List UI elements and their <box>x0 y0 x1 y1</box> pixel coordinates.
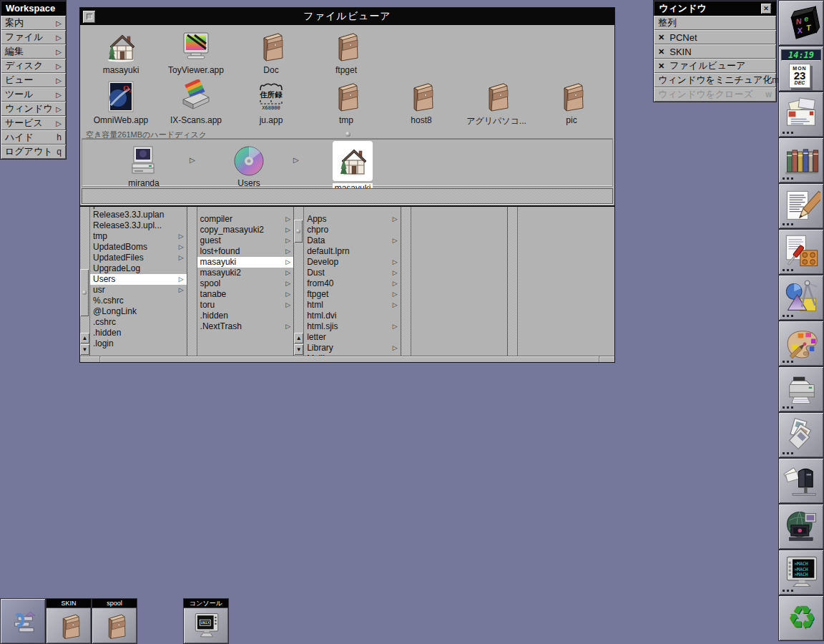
dock-tile-mail[interactable] <box>778 92 824 137</box>
browser-row-tmp[interactable]: tmp▷ <box>90 231 187 242</box>
browser-row-.hidden[interactable]: .hidden <box>197 311 294 321</box>
miniaturize-button[interactable] <box>83 11 95 23</box>
browser-row-UpdatedFiles[interactable]: UpdatedFiles▷ <box>90 253 187 263</box>
scroll-down-arrow[interactable]: ▼ <box>294 344 303 355</box>
workspace-menu-item-0[interactable]: 案内▷ <box>1 16 66 30</box>
browser-row-Dust[interactable]: Dust▷ <box>304 268 401 278</box>
browser-row-chpro[interactable]: chpro <box>304 225 401 235</box>
browser-row-.login[interactable]: .login <box>90 338 187 349</box>
path-item-Users[interactable]: Users <box>217 141 281 188</box>
scrollbar-knob[interactable] <box>80 269 89 316</box>
file-icon-アグリパソコ...[interactable]: アグリパソコ... <box>461 79 532 127</box>
file-viewer-titlebar[interactable]: ファイルビューア <box>80 8 614 25</box>
browser-row-tanabe[interactable]: tanabe▷ <box>197 289 294 300</box>
dock-tile-draw[interactable] <box>778 275 824 321</box>
window-resize-bar[interactable] <box>80 356 614 362</box>
browser-row-ftpget[interactable]: ftpget▷ <box>304 289 401 300</box>
workspace-menu-item-7[interactable]: サービス▷ <box>1 116 66 130</box>
browser-row-Release3.3J.upl...[interactable]: Release3.3J.upl... <box>90 220 187 231</box>
close-icon[interactable]: ✕ <box>761 4 771 14</box>
browser-row-spool[interactable]: spool▷ <box>197 278 294 289</box>
dock-tile-digital-librarian[interactable] <box>778 137 824 183</box>
browser-row-lost+found[interactable]: lost+found▷ <box>197 246 294 257</box>
browser-row-copy_masayuki2[interactable]: copy_masayuki2▷ <box>197 225 294 235</box>
browser-row-%.cshrc[interactable]: %.cshrc <box>90 296 187 306</box>
browser-row-Release3.3J.uplan[interactable]: Release3.3J.uplan <box>90 210 187 220</box>
scroll-up-arrow[interactable]: ▲ <box>294 333 303 343</box>
browser-row-Develop[interactable]: Develop▷ <box>304 257 401 268</box>
browser-row-Users[interactable]: Users▷ <box>90 274 187 285</box>
file-icon-OmniWeb.app[interactable]: O₂OmniWeb.app <box>85 79 157 125</box>
workspace-menu-item-8[interactable]: ハイドh <box>1 130 66 145</box>
window-menu-item-1[interactable]: ✕PCNet <box>654 30 776 44</box>
browser-column-3-scrollbar[interactable] <box>401 207 411 356</box>
file-icon-ToyViewer.app[interactable]: ToyViewer.app <box>160 29 232 75</box>
scroll-up-arrow[interactable]: ▲ <box>80 333 89 343</box>
file-icon-Doc[interactable]: Doc <box>235 29 307 75</box>
dock-tile-print-manager[interactable] <box>778 366 824 412</box>
miniwindow-console[interactable]: コンソールUNIX <box>183 598 229 644</box>
browser-row-compiler[interactable]: compiler▷ <box>197 214 294 225</box>
browser-row-html.dvi[interactable]: html.dvi <box>304 311 401 321</box>
dock-tile-terminal[interactable]: >MACH>MACH>MACH <box>778 550 824 595</box>
file-icon-host8[interactable]: host8 <box>386 79 457 125</box>
file-icon-tmp[interactable]: tmp <box>310 79 382 125</box>
browser-row-html.sjis[interactable]: html.sjis▷ <box>304 321 401 332</box>
browser-row-from40[interactable]: from40▷ <box>304 278 401 289</box>
window-menu-item-5[interactable]: ウィンドウをクローズw <box>654 87 776 102</box>
file-icon-ftpget[interactable]: ftpget <box>310 29 382 75</box>
path-item-miranda[interactable]: miranda <box>112 141 176 188</box>
divider-dimple[interactable] <box>345 132 350 137</box>
scrollbar-knob[interactable] <box>294 220 303 243</box>
workspace-menu-item-1[interactable]: ファイル▷ <box>1 30 66 44</box>
browser-row-.cshrc[interactable]: .cshrc <box>90 317 187 328</box>
dock-tile-slides[interactable] <box>778 412 824 458</box>
dock-tile-news-mailbox[interactable] <box>778 458 824 504</box>
dock-tile-preferences-toolbox[interactable] <box>778 229 824 275</box>
browser-row-Apps[interactable]: Apps▷ <box>304 214 401 225</box>
workspace-menu-item-5[interactable]: ツール▷ <box>1 87 66 102</box>
dock-tile-next-logo[interactable]: NeXT <box>778 0 824 46</box>
browser-row-masayuki[interactable]: masayuki▷ <box>197 257 294 268</box>
browser-row-UpgradeLog[interactable]: UpgradeLog <box>90 263 187 274</box>
browser-row-toru[interactable]: toru▷ <box>197 300 294 311</box>
browser-row-Data[interactable]: Data▷ <box>304 235 401 246</box>
browser-row-.NextTrash[interactable]: .NextTrash▷ <box>197 321 294 332</box>
window-menu-item-0[interactable]: 整列 <box>654 16 776 30</box>
workspace-menu-title[interactable]: Workspace <box>1 1 66 16</box>
browser-column-0-scrollbar[interactable]: ▲▼ <box>80 207 90 356</box>
miniwindow-pcnet[interactable] <box>0 598 46 644</box>
browser-row-usr[interactable]: usr▷ <box>90 285 187 296</box>
browser-row-UpdatedBoms[interactable]: UpdatedBoms▷ <box>90 242 187 253</box>
workspace-menu-item-4[interactable]: ビュー▷ <box>1 73 66 87</box>
file-icon-ju.app[interactable]: 住所録X68000ju.app <box>235 79 307 125</box>
miniwindow-skin[interactable]: SKIN <box>46 598 92 644</box>
dock-tile-recycler[interactable]: ♻ <box>778 595 824 641</box>
browser-row-default.lprn[interactable]: default.lprn <box>304 246 401 257</box>
browser-row-html[interactable]: html▷ <box>304 300 401 311</box>
shelf-horizontal-scrollbar[interactable] <box>82 188 613 204</box>
browser-column-2-scrollbar[interactable]: ▲▼ <box>294 207 304 356</box>
dock-tile-network-computer[interactable] <box>778 504 824 550</box>
window-menu-item-3[interactable]: ✕ファイルビューア <box>654 59 776 73</box>
browser-column-1-scrollbar[interactable] <box>187 207 197 356</box>
browser-row-masayuki2[interactable]: masayuki2▷ <box>197 268 294 278</box>
browser-row-@LongLink[interactable]: @LongLink <box>90 306 187 317</box>
window-menu-title[interactable]: ウィンドウ ✕ <box>654 1 776 16</box>
path-item-masayuki[interactable]: masayuki <box>320 141 385 194</box>
dock-tile-text-editor[interactable] <box>778 183 824 229</box>
browser-row-Library[interactable]: Library▷ <box>304 343 401 353</box>
workspace-menu-item-2[interactable]: 編集▷ <box>1 44 66 59</box>
scroll-down-arrow[interactable]: ▼ <box>80 344 89 355</box>
browser-row-.hidden[interactable]: .hidden <box>90 328 187 338</box>
dock-tile-clock[interactable]: 14:19MON23DEC <box>778 46 824 92</box>
window-menu-item-4[interactable]: ウィンドウをミニチュア化m <box>654 73 776 87</box>
file-icon-pic[interactable]: pic <box>536 79 607 125</box>
browser-column-4-scrollbar[interactable] <box>508 207 518 356</box>
workspace-menu-item-6[interactable]: ウィンドウ▷ <box>1 102 66 116</box>
window-menu-item-2[interactable]: ✕SKIN <box>654 44 776 59</box>
file-icon-masayuki[interactable]: masayuki <box>85 29 157 75</box>
workspace-menu-item-3[interactable]: ディスク▷ <box>1 59 66 73</box>
dock-tile-paint-palette[interactable] <box>778 321 824 366</box>
browser-row-letter[interactable]: letter <box>304 332 401 343</box>
